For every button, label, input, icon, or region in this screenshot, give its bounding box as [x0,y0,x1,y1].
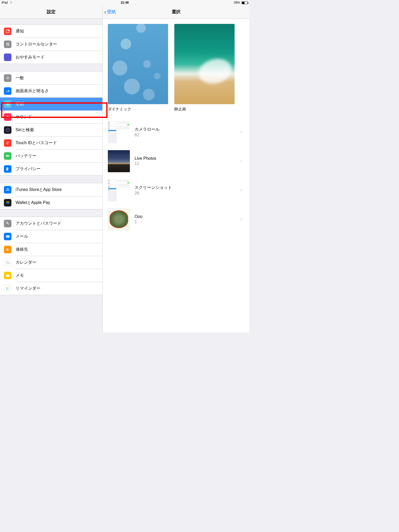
svg-text:A: A [8,89,10,92]
svg-point-3 [8,43,9,44]
sidebar-item-accounts[interactable]: アカウントとパスワード [0,217,102,230]
svg-point-47 [6,289,7,290]
battery-icon [242,1,248,4]
detail-pane: ‹ 壁紙 選択 ダイナミック静止画 カメラロール62›Live Photos11… [103,5,249,332]
wallpaper-thumbnail [108,24,168,104]
sidebar-item-label: 連絡先 [16,247,28,252]
svg-point-9 [7,103,8,104]
sidebar-item-label: iTunes StoreとApp Store [16,187,62,192]
sidebar-item-label: プライバシー [16,166,41,172]
svg-point-25 [8,249,9,250]
svg-point-2 [6,43,8,44]
settings-sidebar: 設定 通知コントロールセンターおやすみモード一般AA画面表示と明るさ壁紙サウンド… [0,5,103,332]
album-thumbnail [108,121,130,143]
key-icon [4,220,11,227]
svg-point-13 [8,103,9,104]
sidebar-item-notes[interactable]: メモ [0,269,102,282]
sidebar-header: 設定 [0,5,102,19]
album-screenshots[interactable]: スクリーンショット26› [108,176,244,205]
svg-point-11 [7,105,8,106]
album-camera-roll[interactable]: カメラロール62› [108,117,244,147]
gear-icon [4,74,11,82]
detail-header: ‹ 壁紙 選択 [103,5,249,19]
svg-rect-17 [9,156,10,156]
back-label: 壁紙 [107,9,116,15]
status-bar: iPad 21:48 39% [0,0,249,5]
back-button[interactable]: ‹ 壁紙 [104,9,116,15]
hand-icon [4,165,11,173]
svg-point-43 [6,287,7,288]
sidebar-title: 設定 [47,9,56,15]
sidebar-item-label: 壁紙 [16,101,24,107]
moon-icon [4,54,11,61]
svg-point-5 [8,44,9,46]
album-title: スクリーンショット [135,185,240,190]
wallpaper-category-still[interactable]: 静止画 [174,24,235,112]
sidebar-item-label: コントロールセンター [16,42,57,47]
contacts-icon [4,246,11,253]
svg-point-22 [6,222,8,223]
sidebar-item-display[interactable]: AA画面表示と明るさ [0,84,102,97]
battery-icon [4,152,11,160]
fingerprint-icon [4,139,11,147]
sidebar-item-label: 一般 [16,75,24,81]
album-title: カメラロール [135,127,240,132]
sidebar-item-reminders[interactable]: リマインダー [0,282,102,295]
sidebar-item-label: WalletとApple Pay [16,200,50,205]
sidebar-item-general[interactable]: 一般 [0,71,102,84]
clock: 21:48 [121,1,129,4]
sidebar-item-sounds[interactable]: サウンド [0,110,102,123]
sidebar-item-label: メモ [16,273,24,278]
svg-rect-19 [6,202,9,202]
svg-point-10 [7,102,8,103]
sidebar-item-control-center[interactable]: コントロールセンター [0,38,102,51]
sidebar-item-label: Touch IDとパスコード [16,140,57,146]
wallpaper-category-label: 静止画 [174,107,235,112]
album-title: Live Photos [135,156,240,161]
sidebar-item-touchid[interactable]: Touch IDとパスコード [0,136,102,149]
sidebar-item-calendar[interactable]: カレンダー [0,256,102,269]
detail-title: 選択 [172,9,181,15]
svg-rect-39 [6,274,9,275]
svg-point-4 [6,44,8,46]
sidebar-item-label: 画面表示と明るさ [16,88,49,94]
wallet-icon [4,199,11,207]
svg-point-36 [7,261,7,262]
album-thumbnail [108,150,130,172]
sidebar-item-siri[interactable]: Siriと検索 [0,123,102,136]
svg-text:A: A [6,90,7,92]
svg-point-45 [6,288,7,289]
mail-icon [4,233,11,240]
wifi-icon [9,1,13,4]
album-title: Ooo [135,214,240,219]
sidebar-item-label: 通知 [16,29,24,34]
chevron-left-icon: ‹ [104,9,107,15]
sidebar-item-itunes[interactable]: iTunes StoreとApp Store [0,183,102,196]
sidebar-item-wallet[interactable]: WalletとApple Pay [0,196,102,209]
svg-rect-0 [6,30,9,33]
sidebar-item-wallpaper[interactable]: 壁紙 [0,97,102,110]
album-ooo[interactable]: Ooo1› [108,205,244,234]
svg-point-37 [7,261,8,262]
sidebar-item-label: リマインダー [16,286,41,291]
speaker-icon [4,113,11,121]
album-live-photos[interactable]: Live Photos11› [108,147,244,176]
sidebar-item-privacy[interactable]: プライバシー [0,162,102,175]
sidebar-item-label: Siriと検索 [16,127,34,133]
text-size-icon: AA [4,87,11,95]
chevron-right-icon: › [240,158,244,164]
album-count: 1 [135,220,240,224]
chevron-right-icon: › [240,216,244,223]
device-label: iPad [2,1,8,4]
album-count: 11 [135,161,240,166]
wallpaper-category-dynamic[interactable]: ダイナミック [108,24,168,112]
sidebar-item-mail[interactable]: メール [0,230,102,243]
sidebar-item-contacts[interactable]: 連絡先 [0,243,102,256]
calendar-icon [4,259,11,266]
sidebar-item-battery[interactable]: バッテリー [0,149,102,162]
album-thumbnail [108,179,130,201]
album-thumbnail [108,208,130,230]
chevron-right-icon: › [240,129,244,135]
sidebar-item-notifications[interactable]: 通知 [0,25,102,38]
sidebar-item-dnd[interactable]: おやすみモード [0,51,102,64]
